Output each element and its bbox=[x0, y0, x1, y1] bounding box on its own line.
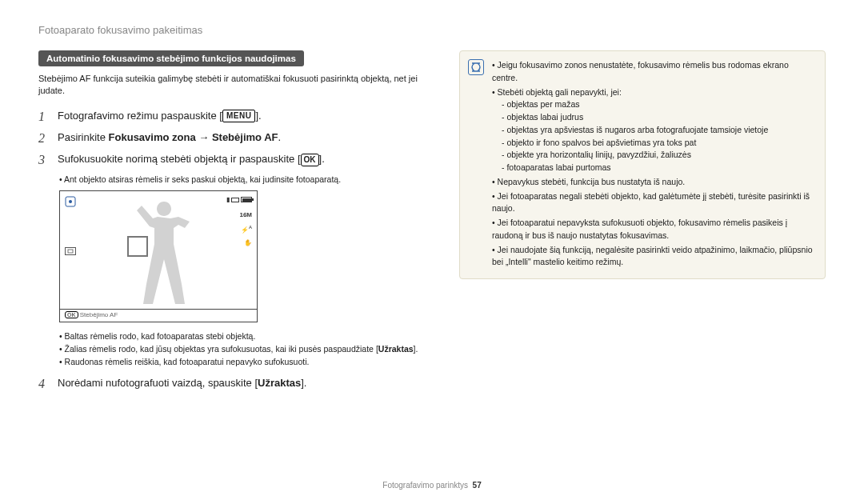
footer-label: Fotografavimo parinktys bbox=[382, 481, 468, 490]
ok-icon: OK bbox=[301, 154, 319, 166]
step-4: 4 Norėdami nufotografuoti vaizdą, spausk… bbox=[38, 376, 430, 391]
column-right: Jeigu fokusavimo zonos nenustatėte, foku… bbox=[459, 50, 826, 398]
hud-right-icons: ▮ 16M ⚡A ✋ bbox=[226, 195, 252, 249]
page-header: Fotoaparato fokusavimo pakeitimas bbox=[38, 24, 826, 36]
lcd-footer: OK Stebėjimo AF bbox=[60, 309, 257, 322]
step4-post: ]. bbox=[301, 377, 306, 389]
step-number: 2 bbox=[38, 130, 50, 146]
column-left: Automatinio fokusavimo stebėjimo funkcij… bbox=[38, 50, 430, 398]
section-title: Automatinio fokusavimo stebėjimo funkcij… bbox=[38, 50, 304, 66]
bullet-white: Baltas rėmelis rodo, kad fotoaparatas st… bbox=[59, 330, 430, 343]
step1-post: ]. bbox=[255, 110, 261, 122]
svg-rect-3 bbox=[68, 250, 73, 253]
note-item: Nepavykus stebėti, funkcija bus nustatyt… bbox=[492, 176, 815, 189]
note-item: Jei naudojate šią funkciją, negalėsite p… bbox=[492, 244, 815, 270]
note-sub-item: objektas yra apšviestas iš nugaros arba … bbox=[502, 124, 815, 137]
step1-pre: Fotografavimo režimu paspauskite [ bbox=[58, 110, 222, 122]
ok-icon: OK bbox=[65, 311, 78, 318]
bullet-red: Raudonas rėmelis reiškia, kad fotoaparat… bbox=[59, 356, 430, 369]
step3-pre: Sufokusuokite norimą stebėti objektą ir … bbox=[58, 153, 301, 165]
hud-mode-icon bbox=[65, 196, 76, 209]
note-sub-item: fotoaparatas labai purtomas bbox=[502, 162, 815, 174]
note-sub-item: objekto ir fono spalvos bei apšvietimas … bbox=[502, 137, 815, 150]
menu-icon: MENU bbox=[222, 110, 255, 122]
note-item: Jei fotoaparatui nepavyksta sufokusuoti … bbox=[492, 217, 815, 242]
note-sub-item: objektas labai judrus bbox=[502, 111, 815, 124]
step2-post: . bbox=[278, 131, 281, 143]
lcd-preview: ▮ 16M ⚡A ✋ OK Stebėjimo AF bbox=[59, 190, 258, 322]
focus-rectangle bbox=[127, 236, 148, 257]
svg-point-1 bbox=[69, 200, 72, 203]
step4-bold: Užraktas bbox=[258, 377, 301, 389]
note-item: Jei fotoaparatas negali stebėti objekto,… bbox=[492, 190, 815, 216]
frame-color-bullets: Baltas rėmelis rodo, kad fotoaparatas st… bbox=[59, 330, 430, 368]
note-box: Jeigu fokusavimo zonos nenustatėte, foku… bbox=[459, 50, 826, 279]
step-1: 1 Fotografavimo režimu paspauskite [MENU… bbox=[38, 109, 430, 124]
step-number: 3 bbox=[38, 152, 50, 167]
step-2: 2 Pasirinkite Fokusavimo zona → Stebėjim… bbox=[38, 130, 430, 146]
intro-text: Stebėjimo AF funkcija suteikia galimybę … bbox=[38, 73, 430, 98]
step3-post: ]. bbox=[319, 153, 325, 165]
step-number: 1 bbox=[38, 109, 50, 124]
page-footer: Fotografavimo parinktys 57 bbox=[0, 481, 864, 490]
silhouette-figure bbox=[108, 198, 220, 306]
page-number: 57 bbox=[473, 481, 482, 490]
step4-pre: Norėdami nufotografuoti vaizdą, spauskit… bbox=[58, 377, 258, 389]
note-sub-item: objektas per mažas bbox=[502, 98, 815, 111]
bullet-green: Žalias rėmelis rodo, kad jūsų objektas y… bbox=[59, 343, 430, 356]
hud-frame-icon bbox=[65, 247, 76, 257]
step2-pre: Pasirinkite bbox=[58, 131, 109, 143]
svg-rect-2 bbox=[66, 248, 76, 255]
note-sub-item: objekte yra horizontalių linijų, pavyzdž… bbox=[502, 149, 815, 162]
note-item: Stebėti objektą gali nepavykti, jei: obj… bbox=[492, 86, 815, 174]
step-3: 3 Sufokusuokite norimą stebėti objektą i… bbox=[38, 152, 430, 167]
step-number: 4 bbox=[38, 376, 50, 391]
lcd-footer-text: Stebėjimo AF bbox=[80, 311, 118, 318]
note-item: Jeigu fokusavimo zonos nenustatėte, foku… bbox=[492, 59, 815, 85]
step3-sub: Ant objekto atsiras rėmelis ir seks pask… bbox=[59, 174, 430, 186]
note-icon bbox=[468, 59, 484, 75]
step2-bold: Fokusavimo zona → Stebėjimo AF bbox=[109, 131, 278, 143]
